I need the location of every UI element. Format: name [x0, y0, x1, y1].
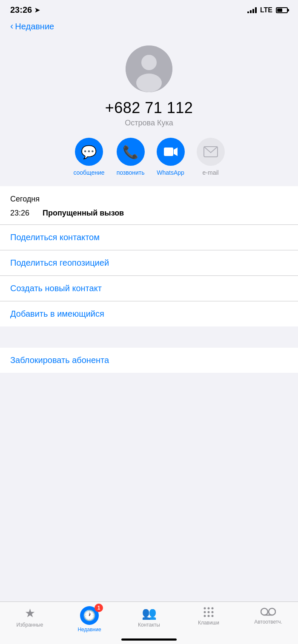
tab-contacts-label: Контакты: [138, 622, 160, 628]
call-button[interactable]: 📞: [117, 138, 145, 166]
svg-point-9: [204, 611, 206, 613]
tab-favorites-label: Избранные: [17, 622, 43, 628]
contact-phone: +682 71 112: [105, 99, 193, 117]
menu-section: Поделиться контактом Поделиться геопозиц…: [0, 225, 298, 326]
whatsapp-action[interactable]: WhatsApp: [157, 138, 185, 176]
call-action[interactable]: 📞 позвонить: [117, 138, 145, 176]
clock: 23:26: [10, 5, 32, 15]
phone-icon: 📞: [123, 145, 138, 159]
history-item: 23:26 Пропущенный вызов: [10, 209, 288, 218]
whatsapp-label: WhatsApp: [157, 169, 184, 176]
home-indicator: [121, 638, 177, 641]
create-contact-button[interactable]: Создать новый контакт: [0, 276, 298, 301]
tab-keypad[interactable]: Клавиши: [194, 606, 224, 626]
status-time: 23:26 ➤: [10, 5, 40, 15]
tab-bar: ★ Избранные 🕐 1 Недавние 👥 Контакты: [0, 601, 298, 644]
history-title: Сегодня: [10, 195, 288, 204]
svg-marker-4: [174, 148, 178, 156]
email-action[interactable]: e-mail: [197, 138, 225, 176]
back-label: Недавние: [15, 22, 54, 31]
keypad-icon: [203, 606, 215, 618]
clock-icon: 🕐: [83, 610, 96, 621]
tab-voicemail-label: Автоответч.: [254, 619, 282, 625]
call-label: позвонить: [117, 169, 145, 176]
svg-point-10: [208, 611, 210, 613]
block-section: Заблокировать абонента: [0, 348, 298, 373]
add-existing-button[interactable]: Добавить в имеющийся: [0, 301, 298, 326]
svg-point-6: [204, 607, 206, 610]
email-label: e-mail: [203, 169, 219, 176]
message-icon: 💬: [81, 145, 97, 159]
lte-indicator: LTE: [260, 6, 272, 14]
tab-keypad-label: Клавиши: [198, 620, 219, 626]
status-bar: 23:26 ➤ LTE: [0, 0, 298, 18]
share-contact-button[interactable]: Поделиться контактом: [0, 225, 298, 250]
signal-icon: [247, 7, 257, 13]
video-icon: [163, 147, 178, 157]
avatar: [126, 45, 172, 92]
message-action[interactable]: 💬 сообщение: [73, 138, 104, 176]
location-arrow-icon: ➤: [34, 6, 40, 14]
star-icon: ★: [25, 606, 35, 620]
svg-point-12: [204, 615, 206, 617]
tab-voicemail[interactable]: Автоответч.: [253, 606, 283, 625]
back-button[interactable]: ‹ Недавние: [10, 21, 54, 32]
tab-favorites[interactable]: ★ Избранные: [15, 606, 45, 628]
message-label: сообщение: [73, 169, 104, 176]
svg-point-1: [141, 55, 157, 70]
nav-bar: ‹ Недавние: [0, 18, 298, 37]
svg-point-8: [212, 607, 214, 610]
battery-icon: [276, 7, 288, 13]
status-indicators: LTE: [247, 6, 288, 14]
svg-point-11: [212, 611, 214, 613]
history-time: 23:26: [10, 209, 36, 218]
message-button[interactable]: 💬: [75, 138, 103, 166]
svg-point-13: [208, 615, 210, 617]
block-button[interactable]: Заблокировать абонента: [0, 348, 298, 373]
tab-recents[interactable]: 🕐 1 Недавние: [74, 606, 104, 633]
tab-recents-label: Недавние: [77, 627, 101, 633]
svg-point-16: [269, 608, 275, 615]
mail-icon: [203, 146, 218, 157]
contact-section: +682 71 112 Острова Кука 💬 сообщение 📞 п…: [0, 37, 298, 186]
contacts-icon: 👥: [142, 606, 157, 620]
contact-country: Острова Кука: [125, 119, 173, 128]
svg-point-2: [136, 74, 162, 92]
svg-point-14: [212, 615, 214, 617]
whatsapp-button[interactable]: [157, 138, 185, 166]
tab-contacts[interactable]: 👥 Контакты: [134, 606, 164, 628]
chevron-left-icon: ‹: [10, 21, 13, 32]
voicemail-icon: [261, 606, 276, 617]
email-button[interactable]: [197, 138, 225, 166]
recents-badge: 1: [95, 604, 103, 612]
svg-point-7: [208, 607, 210, 610]
history-section: Сегодня 23:26 Пропущенный вызов: [0, 186, 298, 224]
section-gap: [0, 326, 298, 339]
action-buttons: 💬 сообщение 📞 позвонить WhatsApp: [10, 138, 288, 176]
share-location-button[interactable]: Поделиться геопозицией: [0, 250, 298, 276]
svg-rect-3: [164, 148, 173, 156]
svg-point-15: [261, 608, 268, 615]
history-description: Пропущенный вызов: [43, 209, 124, 218]
